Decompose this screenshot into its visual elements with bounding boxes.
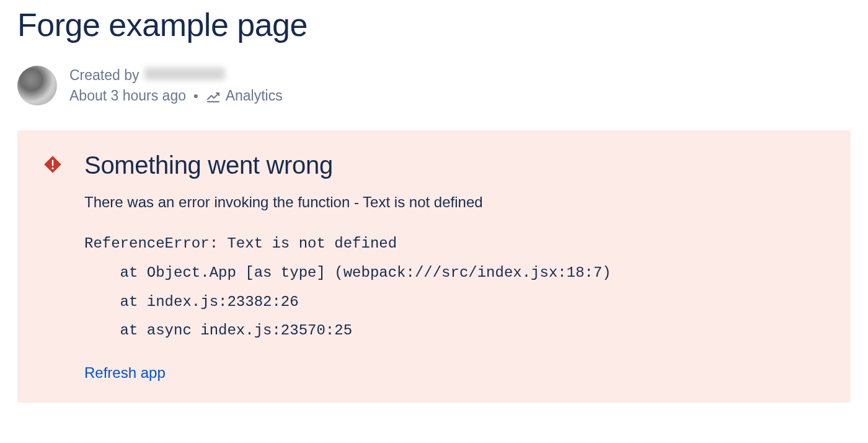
author-name xyxy=(144,68,225,80)
error-title: Something went wrong xyxy=(84,151,825,179)
svg-point-2 xyxy=(51,168,53,169)
avatar[interactable] xyxy=(17,66,57,105)
meta-separator: • xyxy=(193,88,198,104)
created-by-label: Created by xyxy=(69,67,140,84)
byline-text: Created by About 3 hours ago • Analytics xyxy=(69,67,283,104)
error-stack: ReferenceError: Text is not defined at O… xyxy=(84,230,825,346)
created-by-row: Created by xyxy=(69,67,283,84)
timestamp: About 3 hours ago xyxy=(69,87,186,104)
error-panel: Something went wrong There was an error … xyxy=(17,130,851,403)
analytics-label: Analytics xyxy=(226,87,283,104)
error-body: Something went wrong There was an error … xyxy=(84,151,825,382)
refresh-app-link[interactable]: Refresh app xyxy=(84,364,825,382)
byline: Created by About 3 hours ago • Analytics xyxy=(0,43,868,105)
error-message: There was an error invoking the function… xyxy=(84,194,825,211)
meta-row: About 3 hours ago • Analytics xyxy=(69,87,283,104)
page-title: Forge example page xyxy=(0,0,868,43)
analytics-link[interactable]: Analytics xyxy=(206,87,283,104)
svg-rect-1 xyxy=(52,160,54,166)
error-icon xyxy=(43,155,62,174)
analytics-icon xyxy=(206,89,221,104)
